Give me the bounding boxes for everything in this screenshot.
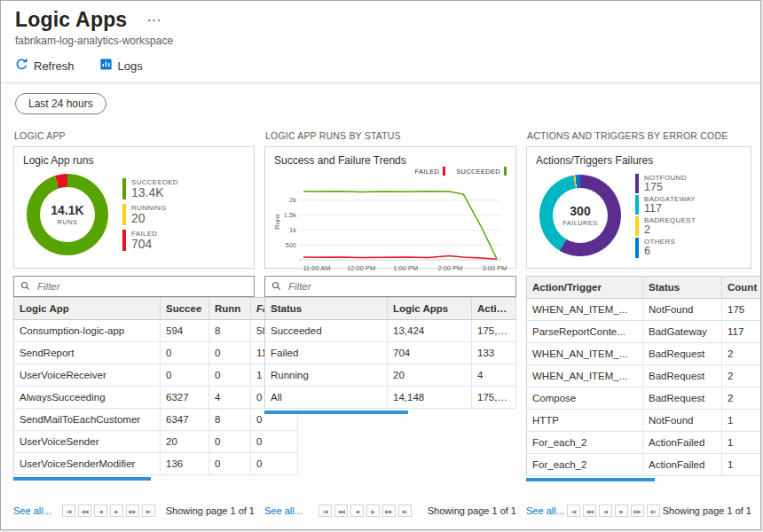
svg-text:2:00 PM: 2:00 PM — [437, 264, 462, 272]
column-header[interactable]: Status — [643, 277, 722, 299]
table-cell: All — [265, 387, 388, 409]
page-title: Logic Apps — [15, 8, 127, 32]
table-row[interactable]: All14,148175,959 — [265, 387, 516, 409]
column-header[interactable]: Action/Trigger — [527, 277, 643, 299]
table-cell: 704 — [388, 342, 472, 364]
pager-first-button[interactable]: |◀ — [62, 505, 75, 517]
horizontal-scrollbar-thumb[interactable] — [13, 477, 151, 481]
table-row[interactable]: Failed704133 — [265, 342, 516, 364]
time-range-row: Last 24 hours — [1, 83, 760, 125]
logs-label: Logs — [118, 59, 143, 73]
table-row[interactable]: For_each_2ActionFailed1 — [527, 454, 762, 476]
pager-fast-next-button[interactable]: ▶▶ — [126, 505, 139, 517]
column-header[interactable]: Count — [722, 277, 762, 299]
chart-title: Actions/Triggers Failures — [536, 154, 742, 167]
svg-text:2k: 2k — [289, 196, 296, 204]
table-cell: BadRequest — [643, 343, 722, 365]
table-cell: Failed — [265, 342, 388, 364]
legend-color-bar — [122, 204, 126, 225]
filter-input[interactable] — [35, 280, 248, 293]
table-cell: NotFound — [643, 410, 722, 432]
more-options-icon[interactable]: ⋯ — [146, 13, 161, 27]
pager-fast-next-button[interactable]: ▶▶ — [382, 505, 396, 517]
time-range-button[interactable]: Last 24 hours — [15, 93, 106, 114]
table-cell: HTTP — [527, 410, 643, 432]
column-header[interactable]: Actions — [472, 298, 516, 320]
donut-center: 14.1K RUNS — [40, 187, 95, 242]
table-row[interactable]: Succeeded13,424175,822 — [265, 320, 516, 342]
see-all-link[interactable]: See all... — [526, 505, 564, 516]
table-row[interactable]: Running204 — [265, 364, 516, 387]
pager-next-button[interactable]: ▶ — [366, 505, 380, 517]
chart-legend: FAILEDSUCCEEDED — [415, 167, 507, 176]
table-cell: WHEN_AN_ITEM_... — [527, 343, 643, 365]
search-icon — [20, 278, 30, 294]
svg-text:1k: 1k — [289, 226, 296, 234]
pager-first-button[interactable]: |◀ — [567, 505, 580, 517]
column-header[interactable]: Status — [265, 298, 388, 320]
horizontal-scrollbar-thumb[interactable] — [526, 478, 655, 481]
pager-fast-prev-button[interactable]: ◀◀ — [78, 505, 91, 517]
table-cell: Running — [265, 364, 388, 387]
see-all-link[interactable]: See all... — [264, 505, 303, 516]
table-cell: 1 — [722, 454, 762, 476]
column-header[interactable]: Runn — [209, 298, 251, 320]
pager-fast-prev-button[interactable]: ◀◀ — [334, 505, 348, 517]
table-row[interactable]: WHEN_AN_ITEM_...BadRequest2 — [527, 343, 762, 365]
table-cell: 0 — [209, 453, 251, 475]
table-row[interactable]: UserVoiceSender2000 — [14, 431, 298, 453]
donut-legend-item: FAILED704 — [122, 230, 178, 251]
table-cell: Succeeded — [265, 320, 388, 342]
filter-input[interactable] — [287, 280, 509, 293]
section-logic-app: LOGIC APP Logic App runs 14.1K RUNS SUCC… — [13, 129, 255, 517]
pager-last-button[interactable]: ▶| — [398, 505, 412, 517]
grid-footer: See all... |◀◀◀◀▶▶▶▶| Showing page 1 of … — [264, 499, 516, 517]
pager-next-button[interactable]: ▶ — [615, 505, 628, 517]
donut-legend-item: OTHERS6 — [635, 238, 696, 257]
pager-next-button[interactable]: ▶ — [110, 505, 123, 517]
table-row[interactable]: HTTPNotFound1 — [527, 410, 762, 432]
table-cell: 20 — [388, 364, 472, 387]
column-header[interactable]: Succee — [161, 298, 209, 320]
grid-footer: See all... |◀◀◀◀▶▶▶▶| Showing page 1 of … — [526, 499, 751, 517]
horizontal-scrollbar-thumb[interactable] — [264, 411, 408, 414]
page-header: Logic Apps ⋯ fabrikam-log-analytics-work… — [1, 1, 760, 82]
pager-first-button[interactable]: |◀ — [319, 505, 332, 517]
table-cell: 175,822 — [472, 320, 516, 342]
table-row[interactable]: AlwaysSucceeding632740 — [14, 387, 298, 409]
table-cell: 14,148 — [388, 387, 472, 409]
pager-prev-button[interactable]: ◀ — [599, 505, 612, 517]
table-row[interactable]: For_each_2ActionFailed1 — [527, 432, 762, 454]
svg-text:12:00 PM: 12:00 PM — [347, 264, 375, 272]
pager-fast-prev-button[interactable]: ◀◀ — [583, 505, 596, 517]
logs-button[interactable]: Logs — [99, 58, 143, 74]
pager-prev-button[interactable]: ◀ — [350, 505, 364, 517]
pager-prev-button[interactable]: ◀ — [94, 505, 107, 517]
see-all-link[interactable]: See all... — [13, 505, 51, 516]
table-row[interactable]: UserVoiceSenderModifier13600 — [14, 453, 298, 475]
pager-last-button[interactable]: ▶| — [647, 505, 660, 517]
legend-color-bar — [635, 195, 639, 215]
table-cell: 1 — [722, 432, 762, 454]
refresh-button[interactable]: Refresh — [15, 58, 75, 74]
donut-legend-item: BADREQUEST2 — [635, 216, 696, 236]
table-row[interactable]: ParseReportConte...BadGateway117 — [527, 321, 762, 343]
table-row[interactable]: ComposeBadRequest2 — [527, 387, 762, 410]
refresh-icon — [15, 58, 28, 74]
table-row[interactable]: SendReport00117 — [14, 342, 298, 364]
table-row[interactable]: SendMailToEachCustomer634780 — [14, 409, 298, 431]
donut-legend: NOTFOUND175BADGATEWAY117BADREQUEST2OTHER… — [635, 174, 696, 258]
table-row[interactable]: Consumption-logic-app5948586 — [14, 320, 298, 342]
table-cell: 4 — [472, 364, 516, 387]
table-cell: 20 — [161, 431, 209, 453]
table-cell: ActionFailed — [643, 432, 722, 454]
donut-legend-item: NOTFOUND175 — [635, 174, 696, 193]
pager-fast-next-button[interactable]: ▶▶ — [631, 505, 644, 517]
table-row[interactable]: WHEN_AN_ITEM_...NotFound175 — [527, 299, 762, 321]
table-row[interactable]: WHEN_AN_ITEM_...BadRequest2 — [527, 365, 762, 387]
pager-last-button[interactable]: ▶| — [142, 505, 155, 517]
table-row[interactable]: UserVoiceReceiver001 — [14, 364, 298, 387]
table-cell: UserVoiceSender — [14, 431, 161, 453]
column-header[interactable]: Logic App — [14, 298, 161, 320]
column-header[interactable]: Logic Apps — [388, 298, 472, 320]
